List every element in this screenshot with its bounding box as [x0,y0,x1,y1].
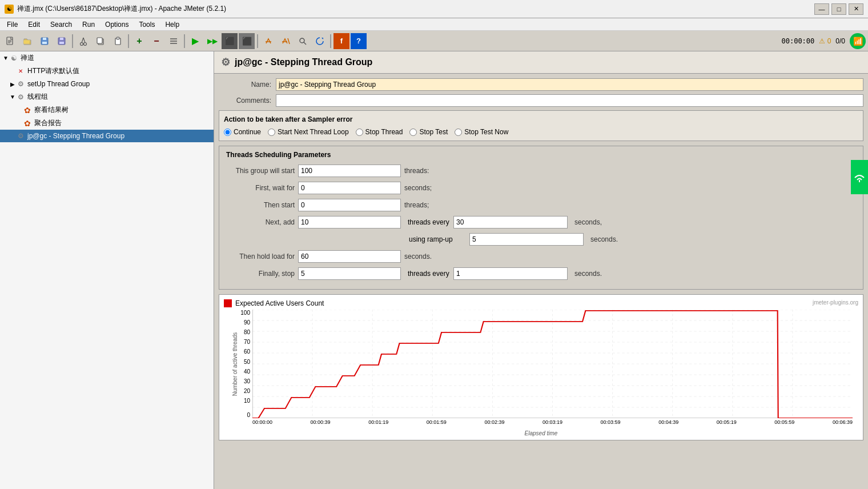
copy-button[interactable] [93,33,108,49]
threads-every-unit: seconds, [571,218,602,226]
name-row: Name: [219,78,863,91]
thread-group-icon: ⚙ [16,93,25,102]
remove-button[interactable]: − [148,33,164,49]
help-button[interactable]: ? [351,33,367,49]
radio-start-next[interactable]: Start Next Thread Loop [268,128,349,136]
separator-5 [330,34,331,48]
stop-button[interactable]: ⬛ [222,33,238,49]
finally-stop-input2[interactable] [453,267,568,280]
menu-run[interactable]: Run [78,19,99,30]
menu-tools[interactable]: Tools [134,19,159,30]
root-icon: ☯ [9,54,18,63]
expand-icon: ▶ [9,81,16,87]
next-add-input[interactable] [298,216,401,229]
svg-point-11 [84,42,87,45]
tree-label-http-default: HTTP请求默认值 [27,66,79,76]
connection-icon: 📶 [850,33,866,49]
radio-start-next-input[interactable] [268,129,275,136]
finally-stop-input[interactable] [298,267,401,280]
tree-item-view-results[interactable]: ✿ 察看结果树 [0,103,214,117]
radio-stop-thread[interactable]: Stop Thread [356,128,403,136]
add-button[interactable]: + [131,33,147,49]
svg-rect-5 [43,38,46,40]
maximize-button[interactable]: □ [831,3,846,15]
name-label: Name: [219,81,276,89]
menu-help[interactable]: Help [160,19,184,30]
svg-rect-9 [59,42,64,44]
then-start-input[interactable] [298,199,401,211]
menu-bar: File Edit Search Run Options Tools Help [0,18,868,31]
open-button[interactable] [19,33,35,49]
group-start-input[interactable] [298,165,401,177]
y-axis-ticks: 100 90 80 70 60 50 40 30 20 10 0 [224,310,252,418]
tree-item-stepping-thread[interactable]: ⚙ jp@gc - Stepping Thread Group [0,130,214,142]
search-button[interactable] [295,33,311,49]
radio-stop-test-now[interactable]: Stop Test Now [455,128,508,136]
radio-continue[interactable]: Continue [224,128,261,136]
chart-title-row: Expected Active Users Count [224,299,858,307]
stepping-thread-icon: ⚙ [16,131,25,141]
start-button[interactable]: ▶ [187,33,203,49]
first-wait-unit: seconds; [404,184,432,192]
radio-continue-input[interactable] [224,129,231,136]
menu-edit[interactable]: Edit [23,19,45,30]
save-button[interactable] [54,33,70,49]
content-area: Name: Comments: Action to be taken after… [214,74,868,489]
radio-stop-test-now-input[interactable] [455,129,462,136]
finally-threads-every-label: threads every [404,270,450,278]
separator-3 [184,34,185,48]
expand-button[interactable] [166,33,182,49]
menu-search[interactable]: Search [46,19,77,30]
tree-label-setup-thread: setUp Thread Group [27,80,90,88]
cut-button[interactable] [75,33,91,49]
http-default-icon: ✕ [16,67,25,76]
tree-item-aggregate[interactable]: ✿ 聚合报告 [0,117,214,130]
expand-icon: ▼ [2,55,9,61]
x-axis-label: Elapsed time [525,430,558,436]
new-button[interactable] [2,33,18,49]
function-helper-button[interactable]: f [333,33,349,49]
scheduling-title: Threads Scheduling Parameters [226,151,856,159]
tree-item-setup-thread[interactable]: ▶ ⚙ setUp Thread Group [0,78,214,90]
clear-all-button[interactable] [278,33,294,49]
radio-stop-test-input[interactable] [409,129,417,136]
minimize-button[interactable]: — [814,3,829,15]
reset-button[interactable] [312,33,328,49]
using-ramp-unit: seconds. [587,235,618,243]
radio-stop-thread-input[interactable] [356,129,363,136]
threads-every-input[interactable] [453,216,568,229]
hold-load-input[interactable] [298,250,401,263]
save-all-button[interactable] [37,33,53,49]
start-no-pause-button[interactable]: ▶▶ [204,33,220,49]
menu-options[interactable]: Options [101,19,133,30]
menu-file[interactable]: File [2,19,22,30]
first-wait-row: First, wait for seconds; [226,182,856,194]
using-ramp-input[interactable] [469,233,584,246]
view-results-icon: ✿ [23,106,32,115]
svg-line-23 [304,42,306,45]
hold-load-unit: seconds. [404,252,432,260]
panel-header-icon: ⚙ [221,56,230,69]
shutdown-button[interactable]: ⬛ [239,33,255,49]
svg-line-13 [83,38,85,43]
comments-row: Comments: [219,94,863,107]
finally-stop-label: Finally, stop [226,270,295,278]
svg-point-22 [300,38,304,43]
comments-input[interactable] [276,94,863,107]
tree-label-thread-group: 线程组 [27,92,48,102]
tree-item-root[interactable]: ▼ ☯ 禅道 [0,51,214,65]
clear-button[interactable] [260,33,276,49]
group-start-unit: threads: [404,167,429,175]
name-input[interactable] [276,78,863,91]
paste-button[interactable] [110,33,126,49]
aggregate-icon: ✿ [23,119,32,128]
wifi-button[interactable] [851,160,868,194]
svg-line-21 [288,38,290,44]
first-wait-input[interactable] [298,182,401,194]
tree-item-http-default[interactable]: ✕ HTTP请求默认值 [0,65,214,78]
close-button[interactable]: ✕ [849,3,863,15]
right-panel: ⚙ jp@gc - Stepping Thread Group Name: Co… [214,51,868,489]
using-ramp-label: using ramp-up [409,235,466,243]
radio-stop-test[interactable]: Stop Test [409,128,448,136]
tree-item-thread-group[interactable]: ▼ ⚙ 线程组 [0,90,214,103]
